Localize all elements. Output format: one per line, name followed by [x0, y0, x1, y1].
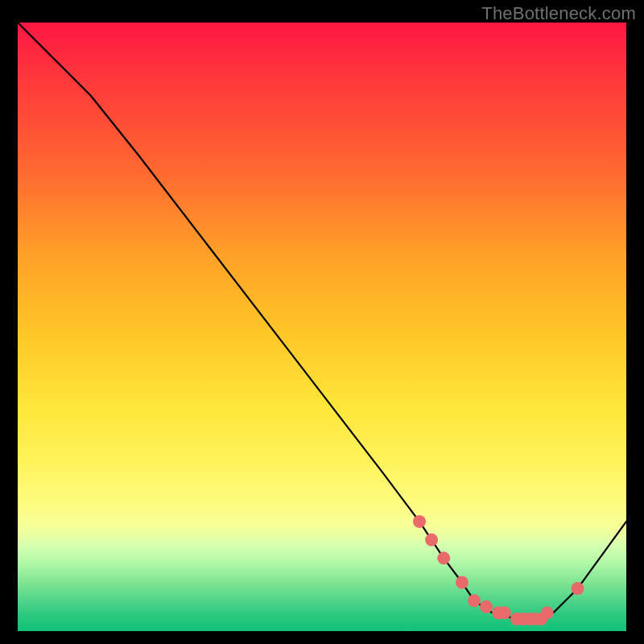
watermark-text: TheBottleneck.com [481, 3, 636, 24]
curve-marker [425, 534, 438, 547]
chart-frame: TheBottleneck.com [0, 0, 644, 644]
gradient-plot-area [18, 23, 626, 631]
curve-marker [541, 606, 554, 619]
curve-marker [468, 594, 481, 607]
bottleneck-curve [18, 23, 626, 619]
curve-marker [480, 601, 493, 613]
curve-marker [413, 515, 426, 528]
curve-marker [498, 606, 511, 619]
curve-marker [437, 551, 450, 564]
curve-marker [456, 576, 469, 589]
curve-marker [572, 582, 584, 595]
curve-layer [18, 23, 626, 631]
